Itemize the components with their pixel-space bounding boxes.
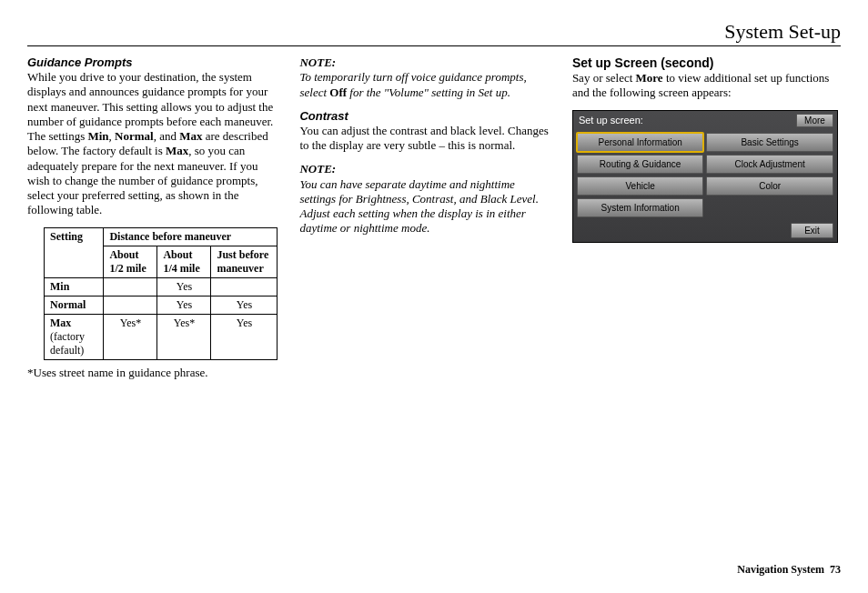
vehicle-button[interactable]: Vehicle [577,176,704,196]
setup-screen-title: Set up screen: [579,115,643,126]
cell: Yes* [157,314,211,359]
more-bold: More [636,71,663,85]
setup-footer-row: Exit [573,221,837,242]
table-row: Normal Yes Yes [45,296,278,314]
personal-information-button[interactable]: Personal Information [577,133,704,152]
cell: Yes* [104,314,157,359]
page-number: 73 [830,563,841,576]
row-label: Min [45,277,104,296]
note-label-2: NOTE: [299,162,550,176]
exit-button[interactable]: Exit [791,223,833,238]
cell [211,277,278,296]
label-text: Normal [50,298,86,311]
system-information-button[interactable]: System Information [577,198,704,217]
max-bold: Max [179,129,202,143]
row-label: Normal [45,296,104,314]
table-row: Min Yes [45,277,278,296]
cell [104,277,157,296]
color-button[interactable]: Color [706,176,833,196]
setup-screen-heading: Set up Screen (second) [572,55,841,70]
sublabel-text: (factory default) [50,330,85,357]
cell: Yes [211,314,278,359]
note-body-2: You can have separate daytime and nightt… [299,177,550,236]
off-bold: Off [329,85,347,99]
note-body: To temporarily turn off voice guidance p… [299,70,550,100]
cell: Yes [157,277,211,296]
routing-guidance-button[interactable]: Routing & Guidance [577,155,704,174]
th-setting: Setting [45,227,104,277]
row-label: Max(factory default) [45,314,104,359]
label-text: Max [50,317,71,329]
page-footer: Navigation System 73 [737,563,841,577]
empty-slot [706,198,833,217]
setup-screen-graphic: Set up screen: More Personal Information… [572,110,838,243]
page-title: System Set-up [27,20,841,46]
clock-adjustment-button[interactable]: Clock Adjustment [706,155,833,174]
table-footnote: *Uses street name in guidance phrase. [27,366,278,380]
column-3: Set up Screen (second) Say or select Mor… [572,55,841,389]
setup-button-grid: Personal Information Basic Settings Rout… [573,131,837,221]
guidance-prompts-heading: Guidance Prompts [27,55,278,69]
label-text: Min [50,280,69,293]
column-1: Guidance Prompts While you drive to your… [27,55,278,389]
guidance-prompts-body: While you drive to your destination, the… [27,70,278,218]
th-sub1: About 1/2 mile [104,246,157,277]
min-bold: Min [87,129,108,143]
normal-bold: Normal [115,129,154,143]
th-sub2: About 1/4 mile [157,246,211,277]
cell: Yes [211,296,278,314]
table-header-row: Setting Distance before maneuver [45,227,278,246]
setup-screen-header: Set up screen: More [573,111,837,131]
footer-label: Navigation System [737,563,824,576]
th-distance: Distance before maneuver [104,227,278,246]
column-2: NOTE: To temporarily turn off voice guid… [299,55,550,389]
text: Say or select [572,71,636,85]
text: , and [154,129,180,143]
th-sub3: Just before maneuver [211,246,278,277]
setup-screen-intro: Say or select More to view additional se… [572,71,841,101]
basic-settings-button[interactable]: Basic Settings [706,133,833,152]
table-row: Max(factory default) Yes* Yes* Yes [45,314,278,359]
more-button[interactable]: More [796,114,833,127]
guidance-table: Setting Distance before maneuver About 1… [44,227,278,360]
content-columns: Guidance Prompts While you drive to your… [27,55,841,389]
contrast-heading: Contrast [299,109,550,123]
text: for the "Volume" setting in Set up. [347,85,510,99]
note-label: NOTE: [299,55,550,70]
contrast-body: You can adjust the contrast and black le… [299,124,550,154]
max-bold-2: Max [166,144,188,157]
cell: Yes [157,296,211,314]
cell [104,296,157,314]
